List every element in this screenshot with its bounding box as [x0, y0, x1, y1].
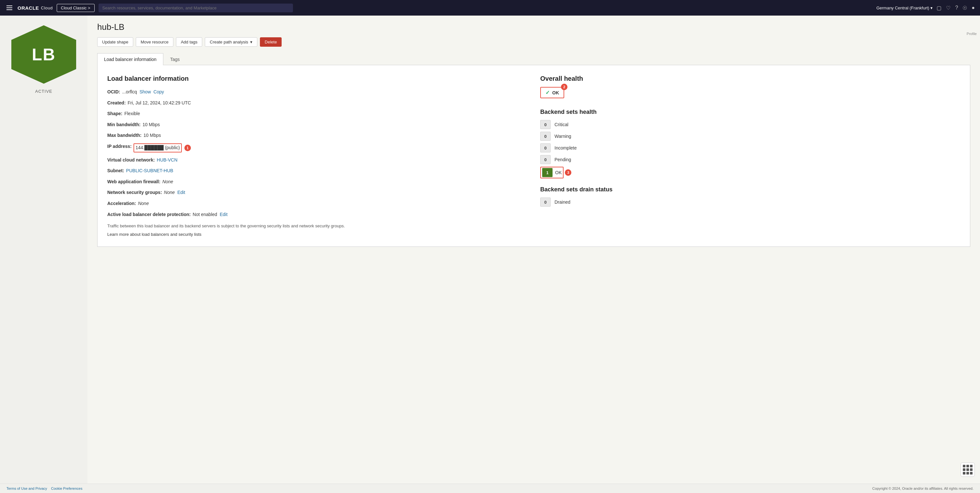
subnet-value: PUBLIC-SUBNET-HUB	[126, 168, 173, 174]
overall-health-status: OK	[552, 90, 559, 95]
shape-value: Flexible	[124, 111, 140, 117]
search-bar[interactable]	[99, 3, 293, 12]
incomplete-count: 0	[540, 144, 550, 152]
ok-row: 1 OK 3	[540, 167, 960, 179]
delete-protection-value: Not enabled Edit	[193, 211, 228, 218]
critical-label: Critical	[555, 122, 568, 127]
vcn-value: HUB-VCN	[157, 157, 178, 163]
badge-3: 3	[565, 169, 571, 176]
delete-protection-label: Active load balancer delete protection:	[107, 211, 191, 218]
critical-row: 0 Critical	[540, 120, 960, 129]
pending-row: 0 Pending	[540, 155, 960, 164]
subnet-row: Subnet: PUBLIC-SUBNET-HUB	[107, 168, 527, 174]
ip-address-highlight: 144.██████ (public)	[134, 144, 182, 152]
tabs: Load balancer information Tags	[97, 53, 970, 65]
resource-initials: LB	[32, 45, 56, 64]
main-content: LB ACTIVE hub-LB Update shape Move resou…	[0, 16, 980, 483]
help-dots-icon	[963, 465, 972, 474]
user-icon[interactable]: ●	[972, 5, 975, 11]
traffic-note: Traffic between this load balancer and i…	[107, 223, 527, 229]
ok-count: 1	[542, 168, 552, 177]
ocid-value: ...orflcq Show Copy	[122, 89, 164, 95]
lb-info-title: Load balancer information	[107, 75, 527, 82]
created-value: Fri, Jul 12, 2024, 10:42:29 UTC	[128, 100, 191, 106]
update-shape-button[interactable]: Update shape	[97, 37, 133, 47]
overall-health-badge[interactable]: ✓ OK	[540, 87, 564, 98]
move-resource-button[interactable]: Move resource	[136, 37, 173, 47]
action-buttons: Update shape Move resource Add tags Crea…	[97, 37, 970, 47]
health-rows: 0 Critical 0 Warning 0 Incomplete 0	[540, 120, 960, 179]
drained-row: 0 Drained	[540, 198, 960, 207]
nsg-edit-link[interactable]: Edit	[177, 190, 185, 195]
cookie-link[interactable]: Cookie Preferences	[51, 487, 83, 490]
ocid-show-link[interactable]: Show	[139, 89, 151, 94]
vcn-row: Virtual cloud network: HUB-VCN	[107, 157, 527, 163]
min-bandwidth-row: Min bandwidth: 10 Mbps	[107, 121, 527, 128]
resource-hexagon: LB	[11, 25, 76, 84]
badge-2: 2	[561, 84, 568, 90]
warning-count: 0	[540, 132, 550, 141]
check-icon: ✓	[546, 89, 550, 96]
nav-right: Germany Central (Frankfurt) ▾ ▢ ♡ ? ☉ ●	[876, 5, 975, 11]
ip-address-label: IP address:	[107, 144, 132, 150]
footer-right: Copyright © 2024, Oracle and/or its affi…	[872, 487, 974, 490]
waf-row: Web application firewall: None	[107, 179, 527, 185]
drained-label: Drained	[555, 199, 570, 205]
oracle-text: ORACLE	[18, 5, 39, 11]
warning-row: 0 Warning	[540, 132, 960, 141]
vcn-label: Virtual cloud network:	[107, 157, 155, 163]
delete-protection-edit-link[interactable]: Edit	[220, 212, 228, 217]
hamburger-menu[interactable]	[5, 4, 14, 11]
shape-label: Shape:	[107, 111, 123, 117]
waf-value: None	[162, 179, 173, 185]
pending-count: 0	[540, 155, 550, 164]
search-input[interactable]	[99, 3, 293, 12]
left-panel: LB ACTIVE	[0, 16, 88, 483]
waf-label: Web application firewall:	[107, 179, 161, 185]
cloud-classic-button[interactable]: Cloud Classic >	[57, 4, 95, 12]
nav-icons: ▢ ♡ ? ☉ ●	[937, 5, 975, 11]
globe-icon[interactable]: ☉	[963, 5, 967, 11]
region-selector[interactable]: Germany Central (Frankfurt) ▾	[876, 5, 933, 10]
created-row: Created: Fri, Jul 12, 2024, 10:42:29 UTC	[107, 100, 527, 106]
subnet-link[interactable]: PUBLIC-SUBNET-HUB	[126, 168, 173, 173]
badge-1: 1	[185, 145, 191, 151]
incomplete-label: Incomplete	[555, 145, 576, 150]
content-grid: Load balancer information OCID: ...orflc…	[107, 75, 960, 237]
nsg-value: None Edit	[164, 190, 185, 196]
region-label: Germany Central (Frankfurt)	[876, 5, 929, 10]
drain-title: Backend sets drain status	[540, 186, 960, 193]
max-bandwidth-label: Max bandwidth:	[107, 132, 142, 139]
ocid-copy-link[interactable]: Copy	[153, 89, 164, 94]
max-bandwidth-row: Max bandwidth: 10 Mbps	[107, 132, 527, 139]
add-tags-button[interactable]: Add tags	[176, 37, 202, 47]
subnet-label: Subnet:	[107, 168, 124, 174]
ip-address-value: 144.██████ (public) 1	[134, 144, 191, 152]
drained-count: 0	[540, 198, 550, 207]
help-widget[interactable]	[961, 463, 975, 477]
footer-left: Terms of Use and Privacy Cookie Preferen…	[6, 487, 82, 490]
right-content: hub-LB Update shape Move resource Add ta…	[88, 16, 980, 483]
shape-row: Shape: Flexible	[107, 111, 527, 117]
ip-address-row: IP address: 144.██████ (public) 1	[107, 144, 527, 152]
nsg-row: Network security groups: None Edit	[107, 190, 527, 196]
ok-label: OK	[555, 170, 562, 175]
health-section: Overall health ✓ OK 2 Backend sets healt…	[540, 75, 960, 237]
ok-highlight: 1 OK	[540, 167, 563, 179]
terms-link[interactable]: Terms of Use and Privacy	[6, 487, 47, 490]
learn-more-link[interactable]: Learn more about load balancers and secu…	[107, 232, 527, 237]
help-icon[interactable]: ?	[955, 5, 958, 11]
critical-count: 0	[540, 120, 550, 129]
tab-load-balancer-info[interactable]: Load balancer information	[97, 53, 163, 65]
terminal-icon[interactable]: ▢	[937, 5, 942, 11]
lb-info-section: Load balancer information OCID: ...orflc…	[107, 75, 527, 237]
delete-button[interactable]: Delete	[260, 37, 282, 47]
tab-tags[interactable]: Tags	[163, 53, 187, 65]
oracle-logo: ORACLE Cloud	[18, 5, 53, 11]
acceleration-row: Acceleration: None	[107, 201, 527, 207]
bell-icon[interactable]: ♡	[946, 5, 950, 11]
created-label: Created:	[107, 100, 126, 106]
max-bandwidth-value: 10 Mbps	[143, 132, 161, 139]
create-path-analysis-button[interactable]: Create path analysis ▾	[205, 37, 257, 47]
vcn-link[interactable]: HUB-VCN	[157, 157, 178, 163]
